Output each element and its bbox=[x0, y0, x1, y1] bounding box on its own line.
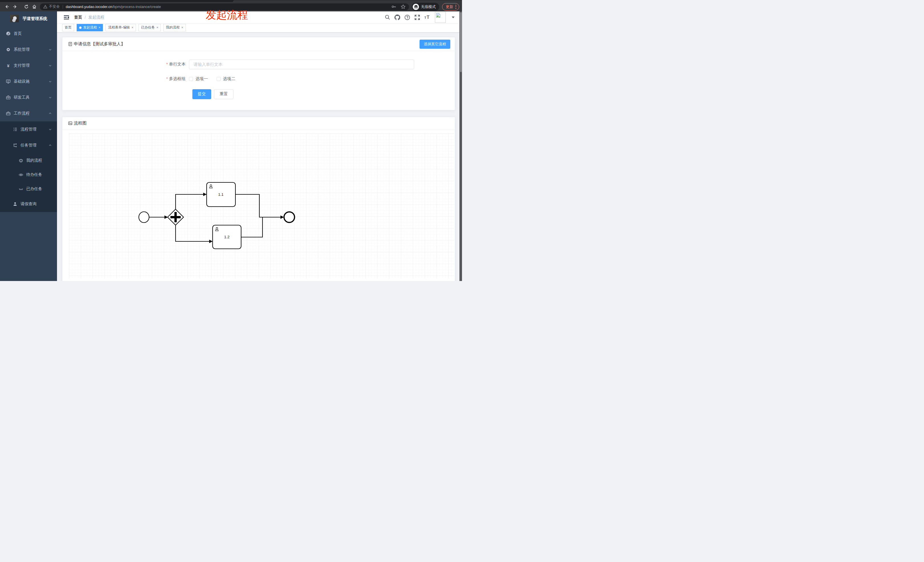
breadcrumb-home[interactable]: 首页 bbox=[74, 15, 82, 20]
sidebar-item-label: 已办任务 bbox=[26, 186, 42, 192]
chevron-down-icon bbox=[48, 128, 52, 131]
tag-home[interactable]: 首页 bbox=[62, 24, 74, 31]
sidebar-item-my-process[interactable]: 我的流程 bbox=[0, 153, 57, 168]
window-scrollbar[interactable] bbox=[459, 11, 462, 281]
close-icon[interactable]: × bbox=[181, 26, 183, 29]
chrome-menu-icon[interactable] bbox=[456, 5, 456, 9]
app-logo-row[interactable]: 芋道管理系统 bbox=[0, 11, 57, 25]
bpmn-canvas[interactable]: 1.1 1.2 bbox=[69, 133, 454, 280]
user-task-1-2[interactable]: 1.2 bbox=[213, 225, 241, 249]
tag-form-edit[interactable]: 流程表单-编辑× bbox=[105, 24, 136, 31]
sidebar-item-task-management[interactable]: 任务管理 bbox=[0, 137, 57, 153]
checkbox-icon[interactable] bbox=[217, 77, 220, 81]
submit-button[interactable]: 提交 bbox=[192, 89, 211, 99]
scrollbar-thumb[interactable] bbox=[460, 12, 462, 72]
tag-done-tasks[interactable]: 已办任务× bbox=[138, 24, 161, 31]
single-line-text-input[interactable] bbox=[189, 60, 414, 69]
sidebar-item-label: 工作流程 bbox=[14, 111, 30, 116]
incognito-label: 无痕模式 bbox=[421, 4, 436, 9]
breadcrumb-separator: / bbox=[85, 15, 86, 19]
sidebar-item-label: 研发工具 bbox=[14, 95, 30, 100]
gear-icon bbox=[6, 47, 11, 52]
avatar-dropdown-caret[interactable] bbox=[452, 16, 454, 18]
font-size-button[interactable]: TT bbox=[424, 15, 430, 20]
tag-start-process[interactable]: 发起流程× bbox=[76, 24, 103, 31]
sidebar-item-process-management[interactable]: 流程管理 bbox=[0, 121, 57, 137]
close-icon[interactable]: × bbox=[131, 26, 133, 29]
forward-icon bbox=[12, 4, 17, 9]
forward-button[interactable] bbox=[11, 3, 19, 11]
diagram-title: 流程图 bbox=[68, 121, 87, 126]
close-icon[interactable]: × bbox=[99, 26, 100, 29]
checkbox-option-1[interactable]: 选项一 bbox=[189, 76, 208, 81]
bpmn-diagram: 1.1 1.2 bbox=[69, 133, 454, 279]
sidebar-item-system[interactable]: 系统管理 bbox=[0, 42, 57, 58]
checkbox-option-2[interactable]: 选项二 bbox=[217, 76, 236, 81]
browser-active-tab[interactable] bbox=[233, 0, 462, 2]
workflow-submenu: 流程管理 任务管理 我的流程 待办任务 已办任务 请假 bbox=[0, 121, 57, 212]
checkbox-icon[interactable] bbox=[189, 77, 193, 81]
tag-my-process[interactable]: 我的流程× bbox=[163, 24, 186, 31]
task-label: 1.1 bbox=[218, 192, 224, 196]
reset-button[interactable]: 重置 bbox=[214, 89, 233, 99]
sidebar-item-label: 待办任务 bbox=[26, 172, 42, 177]
monitor-icon bbox=[6, 79, 11, 84]
search-button[interactable] bbox=[385, 15, 390, 20]
user-task-1-1[interactable]: 1.1 bbox=[207, 182, 236, 207]
github-icon bbox=[394, 15, 400, 20]
choose-other-process-button[interactable]: 选择其它流程 bbox=[420, 40, 450, 49]
broken-image-icon bbox=[436, 13, 441, 18]
omnibox-divider bbox=[63, 5, 63, 9]
sidebar-item-todo-tasks[interactable]: 待办任务 bbox=[0, 168, 57, 182]
navbar: 首页 / 发起流程 TT bbox=[57, 11, 462, 23]
grid-background bbox=[69, 133, 454, 279]
yen-icon: ¥ bbox=[6, 64, 11, 68]
end-event-node[interactable] bbox=[284, 212, 295, 222]
user-avatar[interactable] bbox=[435, 12, 446, 23]
start-event-node[interactable] bbox=[139, 212, 149, 223]
fullscreen-button[interactable] bbox=[414, 15, 420, 20]
app-logo-avatar bbox=[10, 15, 19, 22]
sidebar-item-label: 支付管理 bbox=[14, 63, 30, 68]
sidebar-item-payment[interactable]: ¥ 支付管理 bbox=[0, 58, 57, 73]
back-icon bbox=[4, 4, 9, 9]
update-button[interactable]: 更新 bbox=[442, 3, 459, 10]
process-diagram-card: 流程图 bbox=[62, 117, 455, 281]
hamburger-icon bbox=[64, 15, 69, 19]
not-secure-label: 不安全 bbox=[49, 4, 60, 9]
robot-face-icon bbox=[18, 158, 23, 163]
sidebar-item-label: 流程管理 bbox=[21, 127, 36, 132]
bookmark-star-icon[interactable] bbox=[401, 4, 406, 9]
chevron-up-icon bbox=[48, 144, 52, 147]
sidebar-item-infrastructure[interactable]: 基础设施 bbox=[0, 73, 57, 90]
apply-info-title: 申请信息【测试多审批人】 bbox=[68, 41, 125, 47]
sidebar-item-dev-tools[interactable]: 研发工具 bbox=[0, 90, 57, 105]
close-icon[interactable]: × bbox=[156, 26, 158, 29]
github-button[interactable] bbox=[394, 15, 400, 20]
not-secure-icon bbox=[44, 5, 47, 9]
sidebar-item-label: 系统管理 bbox=[14, 47, 30, 52]
incognito-badge: 无痕模式 bbox=[412, 3, 439, 11]
page-content: 申请信息【测试多审批人】 选择其它流程 *单行文本 *多选框组 选项一 bbox=[57, 33, 462, 281]
sidebar-item-done-tasks[interactable]: 已办任务 bbox=[0, 182, 57, 196]
sidebar-item-label: 我的流程 bbox=[26, 158, 42, 163]
sidebar-item-label: 基础设施 bbox=[14, 79, 30, 84]
password-key-icon[interactable] bbox=[392, 4, 396, 9]
chevron-down-icon bbox=[48, 64, 52, 67]
home-icon bbox=[32, 4, 37, 9]
help-button[interactable] bbox=[404, 15, 410, 20]
fullscreen-icon bbox=[414, 15, 420, 20]
reload-button[interactable] bbox=[22, 3, 30, 11]
back-button[interactable] bbox=[3, 3, 11, 11]
sidebar-item-workflow[interactable]: 工作流程 bbox=[0, 105, 57, 121]
svg-text:T: T bbox=[424, 16, 426, 19]
checkbox-group: 选项一 选项二 bbox=[189, 76, 236, 81]
list-icon bbox=[12, 127, 18, 132]
home-button[interactable] bbox=[30, 3, 38, 11]
breadcrumb-current: 发起流程 bbox=[88, 15, 104, 20]
sidebar-item-leave-query[interactable]: 请假查询 bbox=[0, 196, 57, 212]
sidebar-toggle-button[interactable] bbox=[62, 11, 71, 23]
apply-info-card: 申请信息【测试多审批人】 选择其它流程 *单行文本 *多选框组 选项一 bbox=[62, 37, 455, 110]
chevron-down-icon bbox=[48, 96, 52, 99]
sidebar-item-home[interactable]: 首页 bbox=[0, 25, 57, 42]
